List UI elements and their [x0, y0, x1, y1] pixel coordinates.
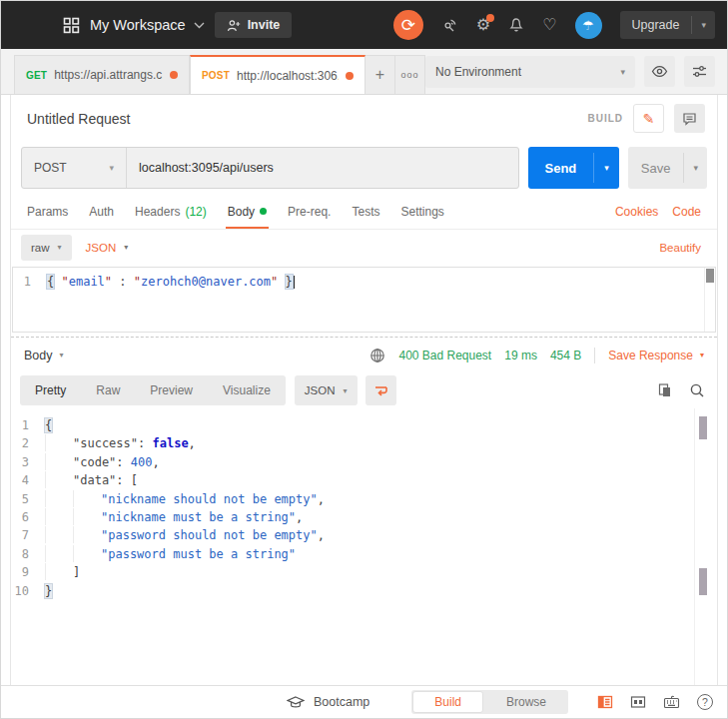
postman-app: My Workspace Invite ⟳ [0, 0, 728, 719]
beautify-link[interactable]: Beautify [659, 242, 707, 254]
user-avatar[interactable]: ☂ [575, 12, 602, 39]
response-body[interactable]: 1{2"success": false,3"code": 400,4"data"… [11, 408, 717, 685]
browse-tab[interactable]: Browse [484, 690, 568, 714]
edit-request-button[interactable]: ✎ [633, 104, 664, 133]
chevron-down-icon [194, 22, 205, 29]
line-number: 8 [11, 545, 45, 563]
save-options-caret[interactable] [684, 147, 707, 189]
send-button[interactable]: Send [528, 147, 594, 189]
environment-select[interactable]: No Environment [425, 56, 635, 88]
eye-icon [651, 64, 668, 79]
send-options-caret[interactable] [594, 147, 619, 189]
response-view-switch: Pretty Raw Preview Visualize [20, 375, 286, 405]
method-select[interactable]: POST [22, 148, 127, 188]
view-raw[interactable]: Raw [81, 375, 135, 405]
changelog-panel-icon[interactable] [597, 695, 613, 709]
network-globe-icon[interactable] [369, 348, 385, 363]
environment-settings-button[interactable] [684, 56, 715, 87]
editor-scrollbar[interactable] [704, 268, 715, 332]
upgrade-caret-icon[interactable] [692, 20, 715, 30]
help-icon[interactable]: ? [697, 694, 713, 710]
build-mode-label: BUILD [587, 113, 623, 124]
tab-pre-request[interactable]: Pre-req. [288, 194, 331, 229]
editor-scroll-thumb[interactable] [706, 269, 714, 283]
response-time[interactable]: 19 ms [504, 349, 537, 362]
line-number: 1 [11, 416, 45, 434]
response-scroll-thumb[interactable] [699, 568, 707, 595]
line-number: 5 [11, 490, 45, 508]
response-body-select[interactable]: Body [24, 349, 64, 362]
workspace-grid-icon[interactable] [63, 17, 80, 34]
response-body-caret-icon [60, 351, 64, 360]
tab-settings[interactable]: Settings [400, 194, 443, 229]
bootcamp-button[interactable]: Bootcamp [287, 695, 369, 709]
environment-bar: No Environment [425, 56, 715, 88]
request-config-tabs: Params Auth Headers (12) Body Pre-req. T… [11, 194, 717, 230]
keyboard-shortcuts-icon[interactable] [663, 695, 680, 709]
request-header: Untitled Request BUILD ✎ [11, 95, 717, 142]
sliders-icon [691, 64, 708, 79]
tab-params[interactable]: Params [27, 194, 68, 229]
save-button[interactable]: Save [628, 147, 684, 189]
response-toolbar: Pretty Raw Preview Visualize JSON [11, 372, 717, 408]
response-size[interactable]: 454 B [550, 349, 581, 362]
response-code-line: 6"nickname must be a string", [11, 508, 717, 526]
view-visualize[interactable]: Visualize [208, 375, 286, 405]
request-tab-post[interactable]: POST http://localhost:306... [190, 55, 365, 94]
tab-auth[interactable]: Auth [89, 194, 114, 229]
line-number: 6 [11, 508, 45, 526]
unsaved-dot [170, 71, 178, 79]
environment-label: No Environment [435, 65, 521, 79]
request-tab-get[interactable]: GET https://api.attrangs.c... [14, 55, 190, 94]
new-tab-button[interactable]: + [365, 55, 395, 94]
response-code-lines: 1{2"success": false,3"code": 400,4"data"… [11, 416, 717, 600]
upgrade-button[interactable]: Upgrade [620, 11, 715, 39]
send-button-group: Send [528, 147, 619, 189]
view-pretty[interactable]: Pretty [20, 375, 81, 405]
favorites-heart-icon[interactable]: ♡ [542, 17, 556, 33]
view-preview[interactable]: Preview [135, 375, 208, 405]
response-format-caret-icon [344, 386, 348, 395]
line-number: 3 [11, 453, 45, 471]
search-response-icon[interactable] [689, 382, 705, 398]
notifications-bell-icon[interactable] [508, 17, 524, 34]
response-code-line: 8"password must be a string" [11, 545, 717, 563]
body-format-select[interactable]: JSON [86, 242, 129, 254]
body-mode-caret-icon [58, 243, 62, 252]
request-body-editor[interactable]: 1 { "email" : "zerohch0@naver.com" } [12, 267, 716, 333]
response-format-select[interactable]: JSON [295, 375, 358, 405]
build-tab[interactable]: Build [412, 691, 483, 713]
invite-button[interactable]: Invite [215, 12, 293, 38]
tab-tests[interactable]: Tests [352, 194, 379, 229]
copy-response-icon[interactable] [657, 382, 672, 398]
tab-options-button[interactable]: ooo [395, 55, 425, 94]
response-scroll-thumb[interactable] [699, 416, 707, 439]
body-mode-select[interactable]: raw [21, 235, 72, 261]
tabbar: GET https://api.attrangs.c... POST http:… [1, 49, 727, 95]
response-status[interactable]: 400 Bad Request [398, 349, 491, 362]
comments-button[interactable] [674, 104, 705, 133]
code-link[interactable]: Code [672, 205, 701, 219]
cookies-link[interactable]: Cookies [615, 205, 658, 219]
invite-label: Invite [248, 18, 281, 32]
response-code-line: 5"nickname should not be empty", [11, 490, 717, 508]
two-pane-layout-icon[interactable] [630, 695, 646, 709]
notification-dot [486, 14, 494, 22]
wrap-lines-button[interactable] [365, 375, 396, 405]
line-number: 4 [11, 471, 45, 489]
save-response-button[interactable]: Save Response [608, 349, 704, 362]
topbar-right: ⟳ ⚙ ♡ ☂ Upgrade [393, 10, 715, 40]
settings-gear-icon[interactable]: ⚙ [476, 17, 490, 33]
sync-button[interactable]: ⟳ [393, 10, 423, 40]
response-code-line: 2"success": false, [11, 434, 717, 452]
capture-requests-icon[interactable] [441, 17, 458, 34]
build-browse-switch: Build Browse [411, 690, 568, 714]
environment-quick-look-button[interactable] [644, 56, 675, 87]
graduation-cap-icon [287, 696, 305, 709]
tab-body[interactable]: Body [228, 194, 267, 229]
workspace-switcher[interactable]: My Workspace [90, 17, 205, 33]
url-input[interactable] [127, 148, 518, 188]
request-title[interactable]: Untitled Request [27, 111, 131, 127]
tab-headers[interactable]: Headers (12) [135, 194, 207, 229]
topbar: My Workspace Invite ⟳ [1, 1, 727, 49]
